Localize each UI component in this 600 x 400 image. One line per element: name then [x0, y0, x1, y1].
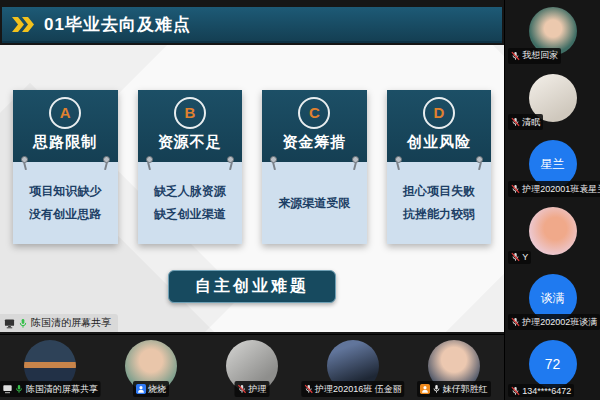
pin-icon — [146, 156, 153, 163]
participant-tile[interactable]: 烧烧 — [101, 335, 202, 400]
mic-muted-icon — [511, 317, 520, 327]
card-title: 资源不足 — [158, 133, 222, 152]
card-line: 抗挫能力较弱 — [403, 203, 475, 226]
card-line: 项目知识缺少 — [29, 180, 101, 203]
pin-icon — [227, 156, 234, 163]
participant-name: 护理202016班 伍金丽 — [315, 383, 402, 396]
slide-banner-label: 自主创业难题 — [168, 270, 336, 303]
participant-name: 护理202001班袁星兰 — [522, 183, 600, 196]
card-title: 资金筹措 — [282, 133, 346, 152]
letter-badge: A — [49, 97, 81, 129]
participant-name: Y — [522, 252, 528, 262]
card-b: B 资源不足 缺乏人脉资源 缺乏创业渠道 — [138, 90, 243, 244]
slide-header-bar: 01毕业去向及难点 — [2, 7, 502, 43]
main-column: 01毕业去向及难点 A 思路限制 项目知识缺少 没 — [0, 0, 504, 400]
avatar — [529, 207, 577, 255]
participant-tile[interactable]: 护理202016班 伍金丽 — [302, 335, 403, 400]
mic-muted-icon — [238, 384, 247, 394]
participant-name-tag: Y — [508, 251, 531, 264]
card-b-header: B 资源不足 — [138, 90, 243, 162]
card-title: 创业风险 — [407, 133, 471, 152]
letter-badge: C — [298, 97, 330, 129]
member-badge-icon — [136, 384, 146, 394]
participant-name-tag: 烧烧 — [133, 381, 169, 397]
screen-share-icon — [4, 318, 15, 329]
mic-muted-icon — [511, 184, 520, 194]
participant-name: 护理 — [249, 383, 267, 396]
avatar-initials: 72 — [529, 340, 577, 388]
participant-name-tag: 护理202002班谈满 — [508, 314, 600, 330]
card-title: 思路限制 — [33, 133, 97, 152]
pin-icon — [103, 156, 110, 163]
mic-muted-icon — [511, 117, 520, 127]
participant-tile[interactable]: 星兰 护理202001班袁星兰 — [505, 133, 600, 200]
participant-tile[interactable]: Y — [505, 200, 600, 267]
mic-muted-icon — [511, 252, 520, 262]
card-line: 缺乏创业渠道 — [154, 203, 226, 226]
letter-badge: D — [423, 97, 455, 129]
participant-name-tag: 清眠 — [508, 114, 543, 130]
participant-tile[interactable]: 妹仔郭胜红 — [403, 335, 504, 400]
screen-share-view: 01毕业去向及难点 A 思路限制 项目知识缺少 没 — [0, 0, 504, 334]
participant-name-tag: 妹仔郭胜红 — [417, 381, 491, 397]
letter-badge: B — [174, 97, 206, 129]
participant-name: 我想回家 — [522, 49, 558, 62]
participant-tile[interactable]: 我想回家 — [505, 0, 600, 67]
card-line: 担心项目失败 — [403, 180, 475, 203]
double-chevron-icon — [12, 17, 36, 32]
card-body: 项目知识缺少 没有创业思路 — [13, 162, 118, 244]
participant-name: 烧烧 — [148, 383, 166, 396]
participant-name-tag: 护理 — [235, 381, 270, 397]
card-body: 来源渠道受限 — [262, 162, 367, 244]
slide-title: 01毕业去向及难点 — [44, 13, 191, 36]
member-badge-icon — [420, 384, 430, 394]
card-d-header: D 创业风险 — [387, 90, 492, 162]
mic-muted-icon — [511, 51, 520, 61]
participant-name: 陈国清的屏幕共享 — [26, 383, 98, 396]
participant-sidebar: 我想回家 清眠 星兰 — [504, 0, 600, 400]
card-body: 担心项目失败 抗挫能力较弱 — [387, 162, 492, 244]
slide-content: A 思路限制 项目知识缺少 没有创业思路 B 资源不足 — [0, 45, 504, 332]
card-line: 缺乏人脉资源 — [154, 180, 226, 203]
card-a-header: A 思路限制 — [13, 90, 118, 162]
card-a: A 思路限制 项目知识缺少 没有创业思路 — [13, 90, 118, 244]
mic-muted-icon — [304, 384, 313, 394]
screen-share-icon — [3, 384, 13, 394]
card-c: C 资金筹措 来源渠道受限 — [262, 90, 367, 244]
pin-icon — [352, 156, 359, 163]
mic-on-icon — [432, 384, 441, 394]
mic-live-icon — [18, 318, 28, 329]
participant-tile[interactable]: 陈国清的屏幕共享 — [0, 335, 101, 400]
participant-name-tag: 134****6472 — [508, 384, 574, 397]
participant-tile[interactable]: 清眠 — [505, 67, 600, 134]
screen-share-status-tag: 陈国清的屏幕共享 — [0, 314, 118, 332]
participant-tile[interactable]: 谈满 护理202002班谈满 — [505, 267, 600, 334]
participant-name: 妹仔郭胜红 — [443, 383, 488, 396]
participant-name-tag: 护理202001班袁星兰 — [508, 181, 600, 197]
card-row: A 思路限制 项目知识缺少 没有创业思路 B 资源不足 — [13, 90, 491, 244]
card-line: 没有创业思路 — [29, 203, 101, 226]
mic-live-icon — [15, 384, 24, 394]
pin-icon — [395, 156, 402, 163]
pin-icon — [21, 156, 28, 163]
mic-muted-icon — [511, 386, 520, 396]
participant-tile[interactable]: 72 134****6472 — [505, 333, 600, 400]
meeting-window: 01毕业去向及难点 A 思路限制 项目知识缺少 没 — [0, 0, 600, 400]
card-line: 来源渠道受限 — [278, 192, 350, 215]
participant-name: 134****6472 — [522, 386, 571, 396]
card-c-header: C 资金筹措 — [262, 90, 367, 162]
participant-name-tag: 我想回家 — [508, 48, 561, 64]
participant-name-tag: 护理202016班 伍金丽 — [301, 381, 405, 397]
participant-name: 清眠 — [522, 116, 540, 129]
participant-name-tag: 陈国清的屏幕共享 — [0, 381, 101, 397]
card-body: 缺乏人脉资源 缺乏创业渠道 — [138, 162, 243, 244]
participant-name: 护理202002班谈满 — [522, 316, 597, 329]
participant-strip: 陈国清的屏幕共享 烧烧 — [0, 334, 504, 400]
card-d: D 创业风险 担心项目失败 抗挫能力较弱 — [387, 90, 492, 244]
participant-tile[interactable]: 护理 — [202, 335, 303, 400]
screen-share-status-label: 陈国清的屏幕共享 — [31, 316, 111, 330]
